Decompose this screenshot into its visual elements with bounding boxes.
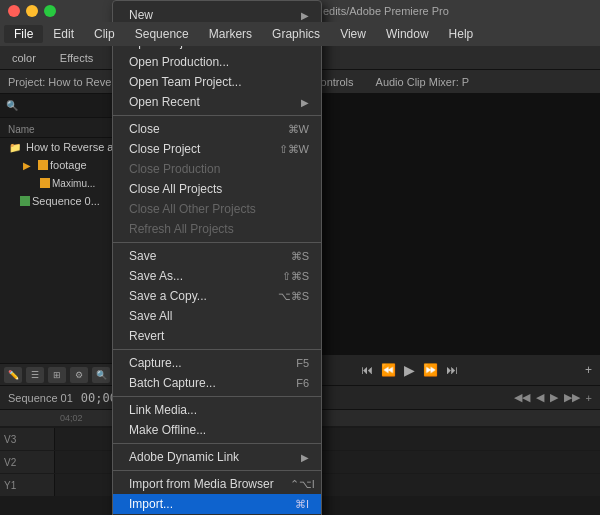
menu-save-copy[interactable]: Save a Copy... ⌥⌘S (113, 286, 321, 306)
menu-view[interactable]: View (330, 25, 376, 43)
menu-link-media[interactable]: Link Media... (113, 400, 321, 420)
menu-batch-capture[interactable]: Batch Capture... F6 (113, 373, 321, 393)
separator (113, 349, 321, 350)
menu-capture[interactable]: Capture... F5 (113, 353, 321, 373)
menu-open-recent[interactable]: Open Recent ▶ (113, 92, 321, 112)
menu-save-all[interactable]: Save All (113, 306, 321, 326)
menu-make-offline[interactable]: Make Offline... (113, 420, 321, 440)
menu-close-all-projects[interactable]: Close All Projects (113, 179, 321, 199)
menu-open-team[interactable]: Open Team Project... (113, 72, 321, 92)
menu-clip[interactable]: Clip (84, 25, 125, 43)
menu-close[interactable]: Close ⌘W (113, 119, 321, 139)
menu-window[interactable]: Window (376, 25, 439, 43)
menu-sequence[interactable]: Sequence (125, 25, 199, 43)
menu-revert[interactable]: Revert (113, 326, 321, 346)
separator (113, 396, 321, 397)
submenu-arrow: ▶ (301, 10, 309, 21)
menu-adobe-dynamic-link[interactable]: Adobe Dynamic Link ▶ (113, 447, 321, 467)
submenu-arrow: ▶ (301, 452, 309, 463)
separator (113, 470, 321, 471)
menu-file[interactable]: File (4, 25, 43, 43)
separator (113, 115, 321, 116)
menu-import[interactable]: Import... ⌘I (113, 494, 321, 514)
separator (113, 242, 321, 243)
menu-bar: File Edit Clip Sequence Markers Graphics… (0, 22, 600, 46)
menu-overlay: New ▶ Open Project... ⌘O Open Production… (0, 0, 600, 515)
menu-import-media-browser[interactable]: Import from Media Browser ⌃⌥I (113, 474, 321, 494)
menu-close-all-other: Close All Other Projects (113, 199, 321, 219)
separator (113, 443, 321, 444)
menu-close-production: Close Production (113, 159, 321, 179)
file-context-menu: New ▶ Open Project... ⌘O Open Production… (112, 0, 322, 515)
submenu-arrow: ▶ (301, 97, 309, 108)
menu-save-as[interactable]: Save As... ⇧⌘S (113, 266, 321, 286)
menu-refresh-all: Refresh All Projects (113, 219, 321, 239)
menu-close-project[interactable]: Close Project ⇧⌘W (113, 139, 321, 159)
menu-graphics[interactable]: Graphics (262, 25, 330, 43)
menu-edit[interactable]: Edit (43, 25, 84, 43)
menu-save[interactable]: Save ⌘S (113, 246, 321, 266)
menu-help[interactable]: Help (439, 25, 484, 43)
menu-markers[interactable]: Markers (199, 25, 262, 43)
menu-open-production[interactable]: Open Production... (113, 52, 321, 72)
